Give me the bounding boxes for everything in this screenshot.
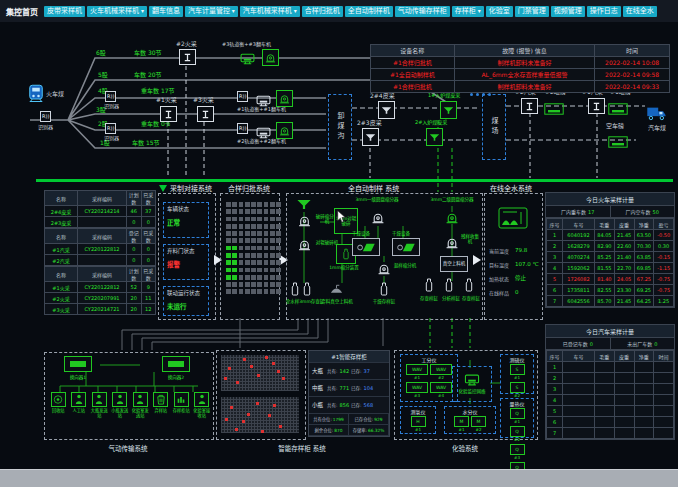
disc-divider2-icon[interactable] bbox=[445, 211, 459, 224]
analyzer-unit[interactable]: Q#1 bbox=[510, 408, 525, 424]
train-sampler-icon[interactable] bbox=[179, 49, 196, 65]
bottle-size-label: 大瓶 bbox=[312, 367, 325, 375]
menu-item[interactable]: 皮带采样机 bbox=[44, 6, 85, 17]
transfer-station[interactable]: 回收站 bbox=[48, 392, 69, 418]
moisture-oven-icon[interactable] bbox=[498, 206, 528, 230]
analyzer-unit[interactable]: S#2 bbox=[510, 382, 525, 398]
analyzer-unit[interactable]: S#1 bbox=[510, 364, 525, 380]
table-row[interactable]: 7 bbox=[547, 428, 674, 439]
menu-item[interactable]: 视频管理 bbox=[551, 6, 585, 17]
menu-item[interactable]: 气动传输存样柜 bbox=[395, 6, 450, 17]
analyzer-unit[interactable]: Q#2 bbox=[510, 426, 525, 442]
residue-collector-icon[interactable] bbox=[445, 236, 459, 249]
truck-sampler-icon[interactable] bbox=[588, 98, 605, 114]
table-row[interactable]: 7604255685.7021.4564.251.25 bbox=[547, 296, 674, 307]
rfid-reader-icon[interactable]: R)) bbox=[105, 123, 116, 134]
menu-item[interactable]: 存样柜 bbox=[452, 6, 484, 17]
analyzer-unit[interactable]: M#1 bbox=[454, 416, 469, 432]
menu-item[interactable]: 汽车计量管控 bbox=[185, 6, 238, 17]
analyzer-unit[interactable]: WAV#2 bbox=[430, 364, 452, 380]
belt-sampler-icon[interactable] bbox=[426, 128, 443, 146]
analyzer-unit[interactable]: WAV#3 bbox=[406, 382, 428, 398]
table-row[interactable]: #1合样归批机制样机卸料未准备好2022-02-14 10:08 bbox=[371, 57, 670, 69]
diverter[interactable]: 换向器1 bbox=[64, 356, 92, 380]
disc-divider1-icon[interactable] bbox=[371, 211, 385, 224]
analyzer-unit[interactable]: H#1 bbox=[411, 416, 426, 432]
table-row[interactable]: #2汽采00 bbox=[45, 255, 156, 266]
train-sampler-icon[interactable] bbox=[197, 106, 214, 122]
table-row[interactable]: 2#3皮采00 bbox=[45, 217, 156, 228]
table-row[interactable]: 5172608281.4024.0567.25-0.75 bbox=[547, 274, 674, 285]
transfer-station[interactable]: 弃样站 bbox=[151, 392, 172, 418]
table-row[interactable]: #1火采CY220122812529 bbox=[45, 282, 156, 293]
table-row[interactable]: #3火采CY2202147212012 bbox=[45, 304, 156, 315]
menu-item[interactable]: 火车机械采样机 bbox=[87, 6, 147, 17]
table-row[interactable]: 4159206281.5522.7069.85-1.15 bbox=[547, 263, 674, 274]
transfer-station[interactable]: 化验室发送站 bbox=[130, 392, 151, 418]
belt-sampler-icon[interactable] bbox=[362, 128, 379, 146]
table-row[interactable]: #2火采CY2202079912011 bbox=[45, 293, 156, 304]
table-row[interactable]: 6173581182.5523.3069.25-0.75 bbox=[547, 285, 674, 296]
transfer-station[interactable]: 化验室接收站 bbox=[192, 392, 213, 418]
table-row[interactable]: 2 bbox=[547, 373, 674, 384]
table-row[interactable]: 5 bbox=[547, 406, 674, 417]
belt-sampler-icon[interactable] bbox=[440, 101, 457, 119]
analyzer-unit[interactable]: M#2 bbox=[471, 416, 486, 432]
menu-item[interactable]: 在线全水 bbox=[623, 6, 657, 17]
menu-item[interactable]: 合样归批机 bbox=[302, 6, 343, 17]
car-dumper-icon[interactable] bbox=[276, 90, 293, 107]
table-row[interactable]: 1604019284.0521.4563.50-0.50 bbox=[547, 230, 674, 241]
table-cell: 4070274 bbox=[563, 252, 595, 263]
roller-crusher-icon[interactable] bbox=[298, 238, 311, 251]
dryer-icon[interactable] bbox=[352, 238, 380, 256]
rfid-reader-icon[interactable]: R)) bbox=[40, 111, 51, 122]
table-row[interactable]: 6 bbox=[547, 417, 674, 428]
table-row[interactable]: 3407027485.2521.4063.85-0.15 bbox=[547, 252, 674, 263]
taskbar[interactable] bbox=[0, 469, 678, 487]
weighbridge-icon[interactable] bbox=[544, 100, 564, 119]
mixer-divider-icon[interactable] bbox=[377, 262, 391, 275]
menu-item[interactable]: 化验室 bbox=[486, 6, 513, 17]
menu-item[interactable]: 汽车机械采样机 bbox=[240, 6, 300, 17]
table-row[interactable]: #1汽采CY22012281200 bbox=[45, 244, 156, 255]
table-row[interactable]: 1 bbox=[547, 362, 674, 373]
car-dumper-icon[interactable] bbox=[262, 49, 279, 66]
menu-home[interactable]: 集控首页 bbox=[6, 6, 38, 17]
crusher-icon[interactable] bbox=[298, 214, 311, 227]
rfid-reader-icon[interactable]: R)) bbox=[105, 91, 116, 102]
table-row[interactable]: #1全自动制样机AL_6mm全水存查样重量低报警2022-02-14 09:58 bbox=[371, 69, 670, 81]
transfer-station[interactable]: 人工站 bbox=[69, 392, 90, 418]
rfid-reader-icon[interactable]: R)) bbox=[237, 123, 248, 134]
rfid-reader-icon[interactable]: R)) bbox=[237, 91, 248, 102]
train-sampler-icon[interactable] bbox=[160, 106, 177, 122]
table-row[interactable]: #1合样归批机制样机卸料未准备好2022-02-14 09:33 bbox=[371, 81, 670, 93]
table-row[interactable]: 4 bbox=[547, 395, 674, 406]
dry-bottle-label: 干燥存样缸 bbox=[366, 299, 402, 304]
sub-value: 17 bbox=[588, 209, 594, 215]
analyzer-unit[interactable]: WAV#4 bbox=[430, 382, 452, 398]
train-icon[interactable] bbox=[26, 84, 46, 104]
belt-sampler-icon[interactable] bbox=[378, 101, 395, 119]
truck-sampler-icon[interactable] bbox=[521, 98, 538, 114]
table-row[interactable]: 3 bbox=[547, 384, 674, 395]
menu-item[interactable]: 门禁管理 bbox=[515, 6, 549, 17]
truck-icon[interactable] bbox=[646, 104, 668, 121]
analyzer-unit[interactable]: WAV#1 bbox=[406, 364, 428, 380]
alarm-pager-dots[interactable] bbox=[470, 93, 491, 96]
dryer-icon[interactable] bbox=[392, 238, 420, 256]
table-row[interactable]: 2#4皮采CY2202142144637 bbox=[45, 206, 156, 217]
empty-scale-icon[interactable] bbox=[608, 133, 628, 152]
diverter[interactable]: 换向器2 bbox=[162, 356, 190, 380]
monitor-icon[interactable] bbox=[240, 50, 255, 69]
vacuum-feeder-box[interactable]: 真空上料机 bbox=[440, 256, 468, 272]
transfer-station[interactable]: 小瓶发送站 bbox=[110, 392, 131, 418]
weighbridge-icon[interactable] bbox=[608, 100, 628, 119]
menu-item[interactable]: 操作日志 bbox=[587, 6, 621, 17]
transfer-station[interactable]: 存样柜站 bbox=[171, 392, 192, 418]
transfer-station[interactable]: 大瓶发送站 bbox=[89, 392, 110, 418]
car-dumper-icon[interactable] bbox=[276, 122, 293, 139]
menu-item[interactable]: 全自动制样机 bbox=[345, 6, 393, 17]
table-row[interactable]: 2162827982.9022.6070.300.30 bbox=[547, 241, 674, 252]
menu-item[interactable]: 翻车信息 bbox=[149, 6, 183, 17]
cabinet-panel-title: #1智能存样柜 bbox=[309, 351, 389, 363]
